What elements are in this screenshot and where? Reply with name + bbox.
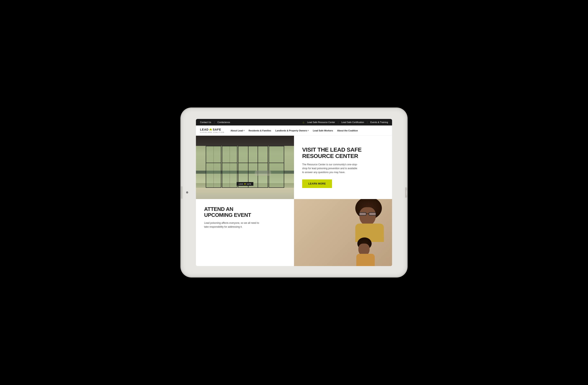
utility-pipe-2: | [367,121,368,123]
nav-landlords[interactable]: Landlords & Property Owners ▾ [275,129,309,132]
svg-point-0 [210,129,211,130]
logo-text-safe: SAFE [213,128,221,131]
event-title-line2: UPCOMING EVENT [204,212,251,218]
sign-lead-text: LEAD [239,183,243,185]
ipad-volume-button [180,186,182,199]
glasses [359,212,376,216]
child-figure [355,237,376,266]
learn-more-button[interactable]: Learn More [302,179,332,188]
nav-about-coalition[interactable]: About the Coalition [337,129,358,132]
resource-center-title: VISIT THE LEAD SAFE RESOURCE CENTER [302,147,384,159]
mother-face [359,207,376,226]
nav-workers-label: Lead Safe Workers [313,129,333,132]
ipad-device: Contact Us | Contáctenos ⌂ Lead Safe Res… [182,109,406,276]
nav-lead-safe-workers[interactable]: Lead Safe Workers [313,129,333,132]
main-content: LEAD SAFE VISIT THE LEAD SAFE RESO [196,136,392,266]
utility-bar-right: ⌂ Lead Safe Resource Center | Lead Safe … [303,121,388,124]
ipad-screen: Contact Us | Contáctenos ⌂ Lead Safe Res… [196,119,392,266]
utility-divider-1: | [214,121,214,123]
building-frame-top [196,136,294,146]
screen-content: Contact Us | Contáctenos ⌂ Lead Safe Res… [196,119,392,266]
resource-title-line2: RESOURCE CENTER [302,153,358,159]
building-photo: LEAD SAFE [196,136,294,199]
main-nav: LEAD SAFE CLEVELAND COALITION [196,126,392,136]
utility-bar: Contact Us | Contáctenos ⌂ Lead Safe Res… [196,119,392,126]
event-title: ATTEND AN UPCOMING EVENT [204,206,286,218]
mother-figure [353,199,386,242]
resource-title-line1: VISIT THE LEAD SAFE [302,147,362,153]
ipad-camera [186,192,188,193]
logo[interactable]: LEAD SAFE CLEVELAND COALITION [200,128,224,133]
resource-center-section: VISIT THE LEAD SAFE RESOURCE CENTER The … [294,136,392,199]
event-title-line1: ATTEND AN [204,206,233,212]
nav-about-lead[interactable]: About Lead ▾ [231,129,245,132]
sign-house-icon [244,183,246,185]
main-nav-items: About Lead ▾ Residents & Families Landlo… [231,129,358,132]
resource-center-link[interactable]: Lead Safe Resource Center [307,121,335,123]
child-body [356,254,375,266]
building-sign: LEAD SAFE [237,182,253,186]
logo-house-icon [209,128,212,131]
utility-bar-left: Contact Us | Contáctenos [200,121,230,123]
utility-pipe-1: | [338,121,338,123]
nav-residents-families[interactable]: Residents & Families [249,129,271,132]
family-photo-sim [294,199,392,266]
events-training-link[interactable]: Events & Training [370,121,388,123]
building-image: LEAD SAFE [196,136,294,199]
ipad-home-button[interactable] [405,187,408,198]
contact-us-link[interactable]: Contact Us [200,121,211,123]
nav-coalition-label: About the Coalition [337,129,358,132]
lead-safe-cert-link[interactable]: Lead Safe Certification [341,121,364,123]
home-icon: ⌂ [303,121,304,124]
building-ground [196,188,294,199]
family-photo [294,199,392,266]
glass-panel-2 [222,146,237,188]
logo-subtitle: CLEVELAND COALITION [200,132,224,133]
glass-panel-4 [269,146,284,188]
glass-panel-1 [206,146,221,188]
ipad-home-circle [405,189,408,196]
glass-doors-container [206,146,284,188]
about-lead-chevron: ▾ [244,129,245,132]
scene: Contact Us | Contáctenos ⌂ Lead Safe Res… [0,0,588,385]
glass-panel-3 [238,146,268,188]
contactenos-link[interactable]: Contáctenos [217,121,230,123]
logo-text-lead: LEAD [200,128,209,131]
resource-center-description: The Resource Center is our community's o… [302,163,359,174]
sign-safe-text: SAFE [247,183,251,185]
nav-landlords-label: Landlords & Property Owners [275,129,307,132]
car-reflection [255,171,271,176]
landlords-chevron: ▾ [308,129,309,132]
event-section: ATTEND AN UPCOMING EVENT Lead poisoning … [196,199,294,266]
nav-about-lead-label: About Lead [231,129,243,132]
nav-residents-label: Residents & Families [249,129,271,132]
event-description: Lead poisoning affects everyone, so we a… [204,221,261,229]
